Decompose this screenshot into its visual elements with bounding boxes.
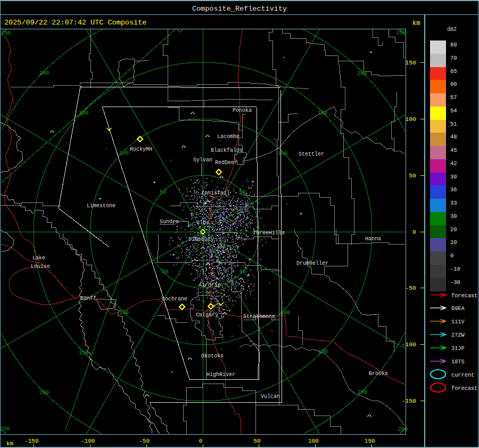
svg-text:Brooks: Brooks (369, 371, 388, 377)
svg-text:50: 50 (162, 269, 168, 275)
svg-text:Didsbury: Didsbury (188, 237, 214, 242)
svg-text:Innisfail: Innisfail (201, 190, 230, 196)
svg-text:Strathmore: Strathmore (243, 314, 275, 320)
svg-text:150: 150 (79, 350, 88, 356)
svg-text:33: 33 (450, 200, 457, 206)
svg-text:150: 150 (365, 438, 375, 444)
svg-text:forecast: forecast (451, 385, 477, 392)
svg-text:0: 0 (412, 229, 416, 235)
svg-text:Composite_Reflectivity: Composite_Reflectivity (192, 5, 287, 13)
svg-text:150: 150 (79, 110, 88, 116)
svg-text:Hanna: Hanna (365, 236, 381, 242)
svg-text:-100: -100 (401, 341, 416, 348)
svg-text:36: 36 (450, 186, 457, 193)
svg-text:*: * (369, 50, 373, 56)
svg-text:39: 39 (450, 174, 457, 180)
svg-text:Lacombe: Lacombe (217, 134, 240, 140)
svg-text:20: 20 (450, 226, 457, 233)
svg-text:100: 100 (308, 438, 319, 444)
svg-text:100: 100 (278, 151, 287, 157)
svg-text:ThreeHills: ThreeHills (253, 230, 285, 236)
svg-text:dBZ: dBZ (447, 27, 457, 32)
svg-text:200: 200 (358, 389, 367, 395)
svg-text:250: 250 (0, 426, 10, 432)
svg-text:250: 250 (396, 30, 406, 36)
svg-text:18TS: 18TS (451, 359, 465, 365)
svg-text:27ZW: 27ZW (451, 332, 465, 338)
svg-text:Limestone: Limestone (87, 203, 115, 209)
svg-text:Drumheller: Drumheller (296, 260, 328, 266)
svg-text:-150: -150 (401, 397, 416, 404)
svg-text:forecast: forecast (451, 292, 477, 299)
svg-text:-50: -50 (139, 438, 150, 444)
svg-text:54: 54 (450, 108, 457, 114)
svg-text:50: 50 (409, 172, 416, 179)
svg-text:30: 30 (450, 213, 457, 219)
svg-text:-100: -100 (81, 438, 95, 444)
svg-text:Okotoks: Okotoks (201, 353, 224, 359)
svg-text:*: * (251, 179, 254, 185)
svg-text:48: 48 (450, 134, 457, 140)
svg-text:0: 0 (450, 252, 453, 259)
svg-text:80: 80 (450, 42, 457, 48)
svg-text:Sylvan: Sylvan (193, 157, 212, 163)
svg-text:100: 100 (280, 310, 290, 316)
svg-text:HighRiver: HighRiver (207, 372, 235, 378)
svg-text:200: 200 (39, 70, 49, 76)
svg-text:Lake: Lake (32, 255, 45, 261)
svg-text:60: 60 (450, 81, 457, 87)
svg-text:current: current (451, 372, 474, 378)
svg-text:km: km (412, 20, 420, 27)
svg-text:Airdrie: Airdrie (199, 282, 221, 288)
svg-text:0: 0 (199, 438, 203, 444)
svg-text:250: 250 (398, 427, 408, 433)
svg-text:-10: -10 (450, 266, 460, 272)
svg-text:Sundre: Sundre (160, 219, 179, 225)
svg-text:Olds: Olds (196, 220, 209, 226)
svg-text:Ponoka: Ponoka (233, 108, 252, 113)
svg-text:250: 250 (1, 30, 11, 36)
svg-text:Banff: Banff (80, 296, 96, 302)
svg-text:51: 51 (450, 121, 457, 127)
svg-text:*: * (98, 196, 102, 202)
svg-text:42: 42 (450, 160, 457, 167)
svg-text:09EA: 09EA (451, 305, 465, 312)
svg-text:Cochrane: Cochrane (162, 296, 187, 302)
svg-text:45: 45 (450, 147, 457, 153)
svg-text:50: 50 (239, 190, 245, 196)
svg-text:Louise: Louise (31, 264, 50, 270)
svg-text:2025/09/22 22:07:42 UTC Compos: 2025/09/22 22:07:42 UTC Composite (4, 19, 146, 27)
svg-text:50: 50 (240, 269, 246, 275)
svg-text:150: 150 (318, 349, 328, 355)
svg-text:111V: 111V (451, 319, 465, 325)
svg-text:-30: -30 (450, 279, 460, 286)
svg-text:-150: -150 (24, 438, 38, 444)
svg-text:200: 200 (39, 390, 49, 396)
svg-text:Stettler: Stettler (299, 151, 324, 157)
svg-text:50: 50 (160, 190, 166, 196)
svg-text:RedDeer: RedDeer (215, 160, 237, 166)
svg-text:RockyMH: RockyMH (130, 146, 152, 152)
svg-text:-50: -50 (405, 284, 416, 291)
svg-text:Calgary: Calgary (196, 312, 218, 318)
svg-text:100: 100 (119, 310, 129, 316)
svg-text:70: 70 (450, 55, 457, 61)
svg-text:km: km (6, 441, 14, 447)
svg-text:100: 100 (405, 116, 416, 123)
svg-text:Vulcan: Vulcan (261, 394, 280, 400)
svg-text:65: 65 (450, 68, 457, 75)
svg-text:100: 100 (119, 150, 129, 156)
svg-text:50: 50 (253, 438, 260, 444)
svg-text:Blackfalds: Blackfalds (211, 148, 243, 153)
svg-text:31JP: 31JP (451, 345, 465, 352)
svg-text:57: 57 (450, 94, 457, 101)
svg-text:150: 150 (318, 110, 327, 116)
svg-text:150: 150 (405, 59, 416, 66)
svg-text:10: 10 (450, 239, 457, 246)
svg-text:200: 200 (357, 71, 367, 77)
